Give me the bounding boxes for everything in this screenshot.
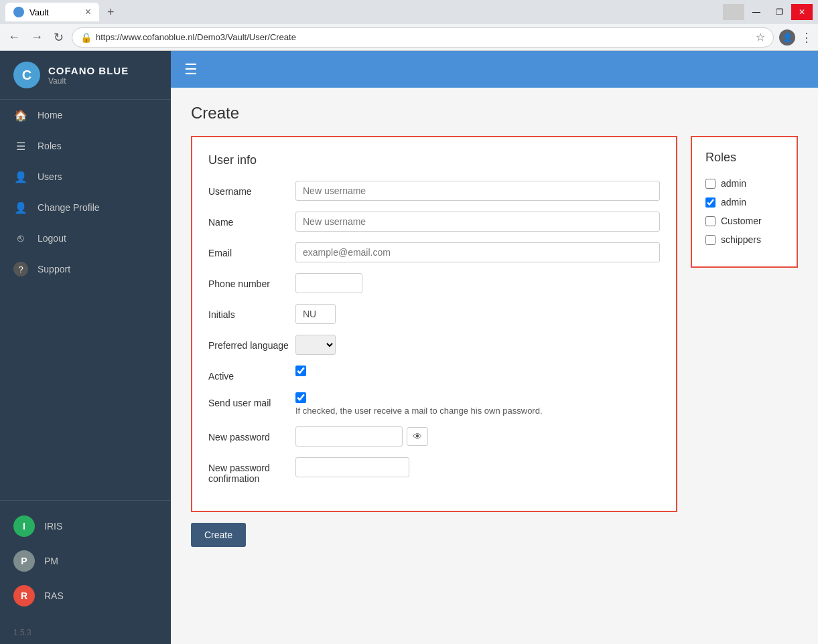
brand-logo-icon: C xyxy=(13,62,40,88)
send-mail-checkbox-wrapper xyxy=(295,392,660,403)
tab-close-icon[interactable]: × xyxy=(85,7,91,17)
phone-label: Phone number xyxy=(208,273,295,289)
sidebar-app-ras[interactable]: R RAS xyxy=(0,578,171,613)
main-content: ☰ Create User info Username xyxy=(171,51,818,644)
language-field: NL EN xyxy=(295,335,660,355)
pm-icon: P xyxy=(13,550,35,572)
initials-row: Initials xyxy=(208,304,660,324)
sidebar-item-change-profile[interactable]: 👤 Change Profile xyxy=(0,192,171,223)
preferred-language-select[interactable]: NL EN xyxy=(295,335,336,355)
new-password-label: New password xyxy=(208,426,295,442)
role-schippers-checkbox[interactable] xyxy=(705,235,715,245)
new-password-confirmation-label: New password confirmation xyxy=(208,457,295,484)
role-item-admin2: admin xyxy=(705,197,783,208)
window-icon xyxy=(723,4,744,20)
active-field xyxy=(295,366,660,376)
role-customer-checkbox[interactable] xyxy=(705,216,715,226)
user-info-box: User info Username Name xyxy=(191,136,677,512)
brand-subtitle: Vault xyxy=(48,76,129,86)
name-input[interactable] xyxy=(295,212,660,232)
sidebar-version: 1.5.3 xyxy=(0,621,171,644)
role-schippers-label: schippers xyxy=(721,234,761,245)
name-field xyxy=(295,212,660,232)
home-icon: 🏠 xyxy=(13,108,28,123)
send-mail-field: If checked, the user receive a mail to c… xyxy=(295,392,660,416)
roles-box: Roles admin admin Customer xyxy=(691,136,798,268)
main-body: Create User info Username Name xyxy=(171,88,818,644)
show-password-button[interactable]: 👁 xyxy=(407,427,428,446)
role-item-schippers: schippers xyxy=(705,234,783,245)
password-confirmation-row: New password confirmation xyxy=(208,457,660,484)
send-user-mail-checkbox[interactable] xyxy=(295,392,306,403)
sidebar-item-users-label: Users xyxy=(38,171,62,182)
sidebar-item-logout[interactable]: ⎋ Logout xyxy=(0,223,171,254)
email-row: Email xyxy=(208,242,660,262)
initials-input[interactable] xyxy=(295,304,336,324)
browser-menu-button[interactable]: ⋮ xyxy=(801,30,813,45)
user-info-title: User info xyxy=(208,153,660,167)
name-label: Name xyxy=(208,212,295,228)
lock-icon: 🔒 xyxy=(80,32,92,43)
tab-title: Vault xyxy=(29,7,49,17)
role-admin2-checkbox[interactable] xyxy=(705,197,715,208)
pm-label: PM xyxy=(44,556,58,566)
username-input[interactable] xyxy=(295,181,660,201)
new-password-confirmation-input[interactable] xyxy=(295,457,409,477)
refresh-button[interactable]: ↻ xyxy=(51,27,66,48)
sidebar-item-users[interactable]: 👤 Users xyxy=(0,161,171,192)
browser-titlebar: Vault × + — ❐ ✕ xyxy=(0,0,818,24)
main-header: ☰ xyxy=(171,51,818,88)
sidebar-brand: C COFANO BLUE Vault xyxy=(0,51,171,100)
send-mail-row: Send user mail If checked, the user rece… xyxy=(208,392,660,416)
initials-label: Initials xyxy=(208,304,295,320)
address-bar[interactable]: 🔒 https://www.cofanoblue.nl/Demo3/Vault/… xyxy=(72,27,774,48)
email-input[interactable] xyxy=(295,242,660,262)
role-admin1-checkbox[interactable] xyxy=(705,179,715,189)
name-row: Name xyxy=(208,212,660,232)
create-button[interactable]: Create xyxy=(191,523,246,547)
roles-title: Roles xyxy=(705,151,783,165)
email-label: Email xyxy=(208,242,295,258)
app-container: C COFANO BLUE Vault 🏠 Home ☰ Roles 👤 Use… xyxy=(0,51,818,644)
ras-icon: R xyxy=(13,585,35,607)
new-tab-button[interactable]: + xyxy=(102,3,120,22)
new-password-input[interactable] xyxy=(295,426,403,447)
minimize-button[interactable]: — xyxy=(746,4,767,20)
window-controls: — ❐ ✕ xyxy=(723,4,813,20)
sidebar-item-support[interactable]: ? Support xyxy=(0,254,171,285)
send-user-mail-hint: If checked, the user receive a mail to c… xyxy=(295,406,660,416)
new-password-field: 👁 xyxy=(295,426,660,447)
initials-field xyxy=(295,304,660,324)
browser-toolbar: ← → ↻ 🔒 https://www.cofanoblue.nl/Demo3/… xyxy=(0,24,818,51)
back-button[interactable]: ← xyxy=(5,27,23,47)
language-row: Preferred language NL EN xyxy=(208,335,660,355)
password-field-wrapper: 👁 xyxy=(295,426,660,447)
sidebar-item-home-label: Home xyxy=(38,110,62,120)
forward-button[interactable]: → xyxy=(28,27,46,47)
logout-icon: ⎋ xyxy=(13,231,28,246)
sidebar-item-home[interactable]: 🏠 Home xyxy=(0,100,171,131)
change-profile-icon: 👤 xyxy=(13,200,28,215)
phone-input[interactable] xyxy=(295,273,362,293)
browser-tab[interactable]: Vault × xyxy=(5,3,99,21)
tab-favicon-icon xyxy=(13,7,24,17)
active-checkbox[interactable] xyxy=(295,366,306,376)
close-button[interactable]: ✕ xyxy=(791,4,813,20)
brand-text: COFANO BLUE Vault xyxy=(48,65,129,86)
hamburger-button[interactable]: ☰ xyxy=(184,61,198,78)
browser-chrome: Vault × + — ❐ ✕ ← → ↻ 🔒 https://www.cofa… xyxy=(0,0,818,51)
maximize-button[interactable]: ❐ xyxy=(768,4,790,20)
password-confirmation-field xyxy=(295,457,660,477)
username-row: Username xyxy=(208,181,660,201)
sidebar-item-roles[interactable]: ☰ Roles xyxy=(0,131,171,161)
sidebar-app-pm[interactable]: P PM xyxy=(0,544,171,578)
sidebar-item-support-label: Support xyxy=(38,264,70,274)
send-user-mail-label: Send user mail xyxy=(208,392,295,408)
browser-profile-icon[interactable]: 👤 xyxy=(779,29,795,46)
sidebar: C COFANO BLUE Vault 🏠 Home ☰ Roles 👤 Use… xyxy=(0,51,171,644)
sidebar-app-iris[interactable]: I IRIS xyxy=(0,509,171,544)
username-field xyxy=(295,181,660,201)
bookmark-icon[interactable]: ☆ xyxy=(756,31,765,44)
iris-label: IRIS xyxy=(44,521,62,532)
role-admin1-label: admin xyxy=(721,178,746,189)
